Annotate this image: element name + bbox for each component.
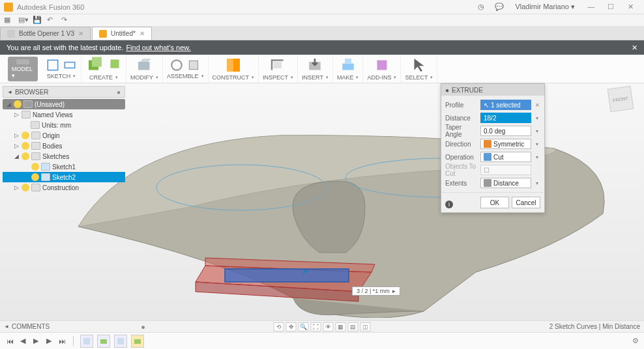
browser-panel: ◄BROWSER ● ◢ (Unsaved) ▷Named Views Unit… [3, 86, 125, 194]
extents-select[interactable]: Distance [480, 178, 531, 188]
save-icon[interactable]: 💾 [33, 16, 42, 25]
viewports-icon[interactable]: ◫ [360, 322, 371, 331]
banner-close-icon[interactable]: ✕ [632, 44, 637, 52]
tree-item[interactable]: ◢Sketches [3, 151, 125, 161]
redo-icon[interactable]: ↷ [61, 16, 70, 25]
svg-rect-1 [65, 63, 74, 68]
orbit-icon[interactable]: ⟲ [274, 322, 284, 331]
ribbon-label[interactable]: SKETCH [47, 73, 76, 79]
timeline-feature[interactable] [114, 335, 127, 348]
ribbon-label[interactable]: INSPECT [263, 74, 293, 81]
profile-selector[interactable]: ↖ 1 selected [480, 100, 531, 110]
sketch-rect-icon[interactable] [63, 58, 77, 72]
view-cube[interactable]: FRONT [609, 87, 637, 116]
cancel-button[interactable]: Cancel [512, 197, 540, 208]
timeline-feature[interactable] [80, 335, 93, 348]
close-tab-icon[interactable]: ✕ [78, 30, 83, 37]
tree-item-sketch[interactable]: Sketch1 [3, 161, 125, 172]
assemble-icon-2[interactable] [186, 58, 201, 72]
dialog-header[interactable]: ● EXTRUDE [441, 84, 544, 96]
tab-label: Untitled* [111, 30, 136, 37]
distance-input[interactable]: 18/2 [480, 113, 531, 123]
direction-select[interactable]: Symmetric [480, 139, 531, 149]
minimize-button[interactable]: — [581, 3, 601, 11]
insert-icon[interactable] [305, 57, 325, 74]
ribbon-label[interactable]: ADD-INS [367, 74, 396, 81]
dimension-input[interactable]: 3 / 2 | *1 mm▸ [352, 286, 400, 296]
timeline-prev-icon[interactable]: ◀ [18, 337, 27, 346]
taper-input[interactable]: 0.0 deg [480, 126, 531, 136]
tree-item[interactable]: ▷Bodies [3, 141, 125, 151]
inspect-icon[interactable] [269, 57, 288, 74]
document-tab[interactable]: Bottle Opener 1 V3 ✕ [0, 27, 91, 40]
ribbon-label[interactable]: INSERT [302, 74, 329, 81]
timeline-next-icon[interactable]: ▶ [44, 337, 53, 346]
close-tab-icon[interactable]: ✕ [139, 30, 145, 37]
timeline-feature[interactable] [131, 335, 144, 348]
dialog-row-distance: Distance 18/2 ▾ [445, 111, 540, 124]
extrude-icon[interactable] [85, 57, 105, 74]
make-icon[interactable] [338, 57, 358, 74]
timeline-settings-icon[interactable]: ⚙ [632, 337, 639, 345]
tree-item[interactable]: Units: mm [3, 120, 125, 130]
fit-icon[interactable]: ⛶ [311, 322, 321, 331]
timeline-play-icon[interactable]: ▶ [31, 337, 40, 346]
ribbon-label[interactable]: ASSEMBLE [167, 73, 204, 79]
browser-header[interactable]: ◄BROWSER ● [3, 86, 125, 98]
tree-item[interactable]: ▷Named Views [3, 109, 125, 120]
ribbon-label[interactable]: MODIFY [130, 74, 158, 81]
svg-rect-19 [100, 339, 107, 344]
addins-icon[interactable] [372, 57, 392, 74]
timeline-end-icon[interactable]: ⏭ [57, 337, 66, 346]
timeline-feature[interactable] [97, 335, 110, 348]
modify-icon[interactable] [135, 57, 154, 74]
ribbon-label[interactable]: SELECT [405, 74, 433, 81]
close-button[interactable]: ✕ [621, 3, 640, 11]
file-menu-icon[interactable]: ▤▾ [18, 16, 27, 25]
zoom-icon[interactable]: 🔍 [299, 322, 309, 331]
objects-checkbox: ☐ [480, 165, 531, 175]
manipulator-arrow-icon[interactable]: ➤ [301, 266, 309, 276]
pin-icon[interactable]: ● [117, 89, 121, 96]
ribbon-group-inspect: INSPECT [259, 55, 298, 83]
sketch-line-icon[interactable] [46, 58, 60, 72]
display-icon[interactable]: ▦ [336, 322, 346, 331]
user-menu[interactable]: Vladimir Mariano ▾ [515, 3, 575, 11]
timeline-start-icon[interactable]: ⏮ [5, 337, 14, 346]
tree-item-sketch-selected[interactable]: Sketch2 [3, 172, 125, 182]
ribbon-label[interactable]: CREATE [89, 74, 118, 81]
ribbon-label[interactable]: MAKE [337, 74, 359, 81]
view-cube-face[interactable]: FRONT [607, 86, 634, 113]
select-icon[interactable] [409, 57, 429, 74]
tree-item[interactable]: ▷Origin [3, 130, 125, 141]
maximize-button[interactable]: ☐ [601, 3, 621, 11]
title-bar: Autodesk Fusion 360 ◷ 💬 Vladimir Mariano… [0, 0, 644, 14]
undo-icon[interactable]: ↶ [47, 16, 56, 25]
create-icon[interactable] [108, 57, 122, 71]
operation-select[interactable]: Cut [480, 152, 531, 162]
updates-icon[interactable]: ◷ [473, 1, 489, 13]
ribbon-group-insert: INSERT [298, 55, 333, 83]
ribbon-label[interactable]: CONSTRUCT [212, 74, 255, 81]
construct-icon[interactable] [224, 57, 243, 74]
info-icon[interactable]: i [445, 201, 453, 208]
pin-icon[interactable]: ● [141, 323, 145, 331]
look-icon[interactable]: 👁 [323, 322, 334, 331]
banner-link[interactable]: Find out what's new. [126, 44, 190, 51]
grid-menu-icon[interactable]: ▦ [4, 16, 13, 25]
ribbon-group-select: SELECT [401, 55, 437, 83]
document-tab[interactable]: Untitled* ✕ [92, 27, 152, 40]
tree-item[interactable]: ▷Construction [3, 182, 125, 193]
tree-root[interactable]: ◢ (Unsaved) [3, 99, 125, 109]
svg-rect-8 [227, 59, 233, 72]
viewport[interactable]: ➤ 3 / 2 | *1 mm▸ FRONT ◄BROWSER ● ◢ (Uns… [0, 83, 644, 320]
workspace-switcher[interactable]: MODEL ▾ [4, 55, 42, 83]
notifications-icon[interactable]: 💬 [491, 1, 507, 13]
pan-icon[interactable]: ✥ [286, 322, 297, 331]
clear-selection-icon[interactable]: ✕ [534, 102, 540, 108]
ok-button[interactable]: OK [480, 197, 509, 208]
assemble-icon[interactable] [169, 58, 184, 72]
comments-label[interactable]: COMMENTS [12, 323, 50, 330]
grid-icon[interactable]: ▤ [348, 322, 359, 331]
dialog-row-operation: Operation Cut ▾ [445, 150, 540, 163]
